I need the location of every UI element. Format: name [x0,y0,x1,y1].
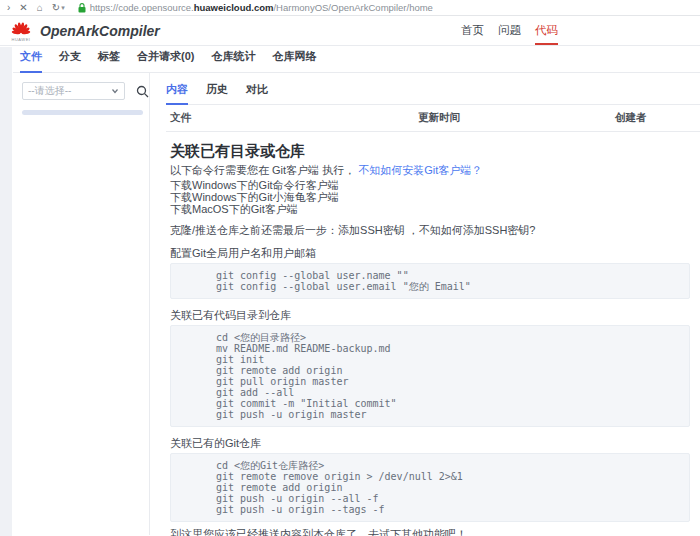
huawei-flower-icon [11,20,31,35]
column-updated: 更新时间 [418,111,615,125]
tab-merge-requests[interactable]: 合并请求(0) [137,49,194,73]
main-panel: 内容 历史 对比 文件 更新时间 创建者 关联已有目录或仓库 以下命令行需要您在… [150,73,700,535]
loading-skeleton-bar [22,110,143,115]
site-header: HUAWEI OpenArkCompiler 首页 问题 代码 [0,16,700,46]
nav-item-code[interactable]: 代码 [535,23,558,45]
tab-repo-stats[interactable]: 仓库统计 [211,49,255,73]
article-footer-note: 到这里您应该已经推送内容到本仓库了，去试下其他功能吧！ [170,528,690,536]
section-label-git-config: 配置Git全局用户名和用户邮箱 [170,247,690,259]
tab-content[interactable]: 内容 [166,82,188,105]
secure-lock-icon [78,3,86,13]
tab-compare[interactable]: 对比 [246,82,268,105]
code-block-git-config[interactable]: git config --global user.name "" git con… [170,263,690,299]
code-block-existing-repo[interactable]: cd <您的Git仓库路径> git remote remove origin … [170,453,690,522]
tab-tags[interactable]: 标签 [98,49,120,73]
content-wrap: --请选择-- 内容 历史 对比 [0,73,700,535]
huawei-logo[interactable]: HUAWEI [10,20,32,42]
huawei-wordmark: HUAWEI [10,37,32,42]
repo-title: OpenArkCompiler [40,23,160,39]
file-table-header: 文件 更新时间 创建者 [166,105,700,132]
git-help-article: 关联已有目录或仓库 以下命令行需要您在 Git客户端 执行， 不知如何安装Git… [166,132,690,536]
address-bar[interactable]: https://code.opensource.huaweicloud.com/… [78,2,433,13]
tab-branches[interactable]: 分支 [59,49,81,73]
search-icon [136,85,149,98]
intro-text: 以下命令行需要您在 Git客户端 执行， [170,164,355,176]
reload-control[interactable]: ↻ ▾ [52,3,65,13]
branch-select[interactable]: --请选择-- [22,82,125,100]
browser-chrome: › ✕ ⌂ ↻ ▾ https://code.opensource.huawei… [0,0,700,16]
top-nav: 首页 问题 代码 [461,23,558,38]
branch-select-placeholder: --请选择-- [28,84,71,98]
stop-icon[interactable]: ✕ [19,3,27,13]
reload-dropdown-icon[interactable]: ▾ [61,4,65,12]
tab-files[interactable]: 文件 [20,49,42,73]
repo-tabs: 文件 分支 标签 合并请求(0) 仓库统计 仓库网络 [13,46,700,73]
column-creator: 创建者 [615,111,700,125]
forward-icon[interactable]: › [7,3,10,13]
search-button[interactable] [136,85,149,98]
url-text: https://code.opensource.huaweicloud.com/… [90,2,433,13]
code-block-existing-directory[interactable]: cd <您的目录路径> mv README.md README-backup.m… [170,325,690,427]
section-label-existing-repo: 关联已有的Git仓库 [170,437,690,449]
install-git-link[interactable]: 不知如何安装Git客户端？ [358,164,482,176]
intro-line: 以下命令行需要您在 Git客户端 执行， 不知如何安装Git客户端？ [170,164,690,177]
nav-item-home[interactable]: 首页 [461,23,484,45]
chevron-down-icon [111,87,119,95]
tab-repo-network[interactable]: 仓库网络 [272,49,316,73]
ssh-key-note: 克隆/推送仓库之前还需最后一步：添加SSH密钥 ，不知如何添加SSH密钥? [170,224,690,237]
download-git-macos[interactable]: 下载MacOS下的Git客户端 [170,203,690,215]
download-git-cli-windows[interactable]: 下载Windows下的Git命令行客户端 [170,179,690,191]
download-git-tortoise-windows[interactable]: 下载Windows下的Git小海龟客户端 [170,191,690,203]
left-edge-strip [0,47,12,536]
home-icon[interactable]: ⌂ [37,3,43,13]
browser-window: › ✕ ⌂ ↻ ▾ https://code.opensource.huawei… [0,0,700,536]
tab-history[interactable]: 历史 [206,82,228,105]
nav-item-issues[interactable]: 问题 [498,23,521,45]
content-tabs: 内容 历史 对比 [166,73,700,105]
article-title: 关联已有目录或仓库 [170,142,690,159]
column-file: 文件 [170,111,418,125]
reload-icon[interactable]: ↻ [52,3,60,13]
file-tree-sidebar: --请选择-- [0,73,150,535]
section-label-existing-directory: 关联已有代码目录到仓库 [170,309,690,321]
